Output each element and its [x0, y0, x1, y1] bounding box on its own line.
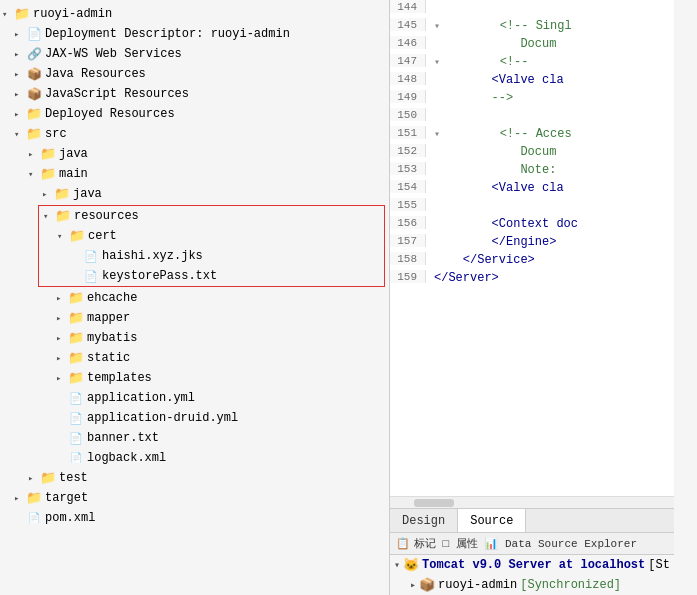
server-arrow: ▾ — [394, 559, 400, 571]
src-icon: 📁 — [26, 126, 42, 142]
child-status: [Synchronized] — [520, 578, 621, 592]
red-border-section: ▾ 📁 resources ▾ 📁 cert 📄 haishi.xyz.jks — [38, 205, 385, 287]
tree-label-js-resources: JavaScript Resources — [45, 87, 189, 101]
code-line-154: 154 <Valve cla — [390, 180, 674, 198]
fold-145: ▾ — [434, 21, 440, 32]
tab-design[interactable]: Design — [390, 509, 458, 532]
tree-label-java-src: java — [59, 147, 88, 161]
server-status: [St — [648, 558, 670, 572]
line-num-152: 152 — [390, 144, 426, 157]
tree-item-haishi-jks[interactable]: 📄 haishi.xyz.jks — [39, 246, 384, 266]
line-content-156: <Context doc — [426, 216, 578, 231]
server-label: Tomcat v9.0 Server at localhost — [422, 558, 645, 572]
tree-item-ruoyi-admin[interactable]: ▾ 📁 ruoyi-admin — [0, 4, 389, 24]
fold-151: ▾ — [434, 129, 440, 140]
tree-item-keystorepass[interactable]: 📄 keystorePass.txt — [39, 266, 384, 286]
tree-item-java-resources[interactable]: ▸ 📦 Java Resources — [0, 64, 389, 84]
line-num-146: 146 — [390, 36, 426, 49]
tree-item-js-resources[interactable]: ▸ 📦 JavaScript Resources — [0, 84, 389, 104]
tree-item-static[interactable]: ▸ 📁 static — [0, 348, 389, 368]
tree-label-static: static — [87, 351, 130, 365]
tree-label-java-main: java — [73, 187, 102, 201]
line-content-155 — [426, 198, 434, 199]
java-main-icon: 📁 — [54, 186, 70, 202]
line-num-150: 150 — [390, 108, 426, 121]
line-content-153: Note: — [426, 162, 556, 177]
js-resources-icon: 📦 — [26, 86, 42, 102]
arrow-templates: ▸ — [56, 373, 68, 384]
tree-item-target[interactable]: ▸ 📁 target — [0, 488, 389, 508]
tree-item-templates[interactable]: ▸ 📁 templates — [0, 368, 389, 388]
tree-item-deployed-resources[interactable]: ▸ 📁 Deployed Resources — [0, 104, 389, 124]
arrow-deployment: ▸ — [14, 29, 26, 40]
code-line-146: 146 Docum — [390, 36, 674, 54]
arrow-static: ▸ — [56, 353, 68, 364]
line-content-146: Docum — [426, 36, 556, 51]
horizontal-scrollbar-area — [390, 496, 674, 508]
code-area[interactable]: 144 145 ▾ <!-- Singl 146 Docum 147 ▾ <!-… — [390, 0, 674, 496]
line-content-157: </Engine> — [426, 234, 556, 249]
tree-item-src[interactable]: ▾ 📁 src — [0, 124, 389, 144]
tree-label-ehcache: ehcache — [87, 291, 137, 305]
line-num-151: 151 — [390, 126, 426, 139]
ehcache-icon: 📁 — [68, 290, 84, 306]
logback-icon: 📄 — [68, 450, 84, 466]
tree-label-application-druid: application-druid.yml — [87, 411, 238, 425]
tomcat-icon: 🐱 — [403, 557, 419, 573]
code-line-144: 144 — [390, 0, 674, 18]
tree-item-jaxws[interactable]: ▸ 🔗 JAX-WS Web Services — [0, 44, 389, 64]
line-content-145: ▾ <!-- Singl — [426, 18, 572, 33]
child-icon: 📦 — [419, 577, 435, 593]
tree-label-mybatis: mybatis — [87, 331, 137, 345]
banner-icon: 📄 — [68, 430, 84, 446]
txt-file-icon: 📄 — [83, 268, 99, 284]
mapper-icon: 📁 — [68, 310, 84, 326]
line-content-147: ▾ <!-- — [426, 54, 528, 69]
tree-label-pom: pom.xml — [45, 511, 95, 525]
line-num-145: 145 — [390, 18, 426, 31]
tree-item-java-main[interactable]: ▸ 📁 java — [0, 184, 389, 204]
tree-item-application-yml[interactable]: 📄 application.yml — [0, 388, 389, 408]
status-bar: 📋 标记 □ 属性 📊 Data Source Explorer — [390, 532, 674, 554]
code-line-156: 156 <Context doc — [390, 216, 674, 234]
code-line-149: 149 --> — [390, 90, 674, 108]
tree-item-mapper[interactable]: ▸ 📁 mapper — [0, 308, 389, 328]
tree-item-test[interactable]: ▸ 📁 test — [0, 468, 389, 488]
line-num-154: 154 — [390, 180, 426, 193]
horizontal-scrollbar-thumb[interactable] — [414, 499, 454, 507]
arrow-test: ▸ — [28, 473, 40, 484]
server-row-child[interactable]: ▸ 📦 ruoyi-admin [Synchronized] — [390, 575, 674, 595]
code-text-145: <!-- Singl — [442, 19, 572, 33]
tab-source[interactable]: Source — [458, 509, 526, 532]
code-line-158: 158 </Service> — [390, 252, 674, 270]
tree-label-keystorepass: keystorePass.txt — [102, 269, 217, 283]
tree-label-templates: templates — [87, 371, 152, 385]
server-row-main[interactable]: ▾ 🐱 Tomcat v9.0 Server at localhost [St — [390, 555, 674, 575]
arrow-main: ▾ — [28, 169, 40, 180]
tree-item-ehcache[interactable]: ▸ 📁 ehcache — [0, 288, 389, 308]
right-panel: 144 145 ▾ <!-- Singl 146 Docum 147 ▾ <!-… — [390, 0, 674, 595]
tree-item-pom[interactable]: 📄 pom.xml — [0, 508, 389, 528]
tree-item-application-druid[interactable]: 📄 application-druid.yml — [0, 408, 389, 428]
cert-icon: 📁 — [69, 228, 85, 244]
java-resources-icon: 📦 — [26, 66, 42, 82]
tree-item-logback[interactable]: 📄 logback.xml — [0, 448, 389, 468]
line-num-155: 155 — [390, 198, 426, 211]
line-num-159: 159 — [390, 270, 426, 283]
jaxws-icon: 🔗 — [26, 46, 42, 62]
tree-item-banner[interactable]: 📄 banner.txt — [0, 428, 389, 448]
arrow-target: ▸ — [14, 493, 26, 504]
tree-item-resources[interactable]: ▾ 📁 resources — [39, 206, 384, 226]
arrow-deployed-resources: ▸ — [14, 109, 26, 120]
tree-label-haishi-jks: haishi.xyz.jks — [102, 249, 203, 263]
tree-item-java-src[interactable]: ▸ 📁 java — [0, 144, 389, 164]
arrow-java-src: ▸ — [28, 149, 40, 160]
tree-item-cert[interactable]: ▾ 📁 cert — [39, 226, 384, 246]
tree-item-mybatis[interactable]: ▸ 📁 mybatis — [0, 328, 389, 348]
tree-item-main[interactable]: ▾ 📁 main — [0, 164, 389, 184]
arrow-jaxws: ▸ — [14, 49, 26, 60]
server-panel: ▾ 🐱 Tomcat v9.0 Server at localhost [St … — [390, 554, 674, 595]
tree-item-deployment[interactable]: ▸ 📄 Deployment Descriptor: ruoyi-admin — [0, 24, 389, 44]
descriptor-icon: 📄 — [26, 26, 42, 42]
line-num-153: 153 — [390, 162, 426, 175]
